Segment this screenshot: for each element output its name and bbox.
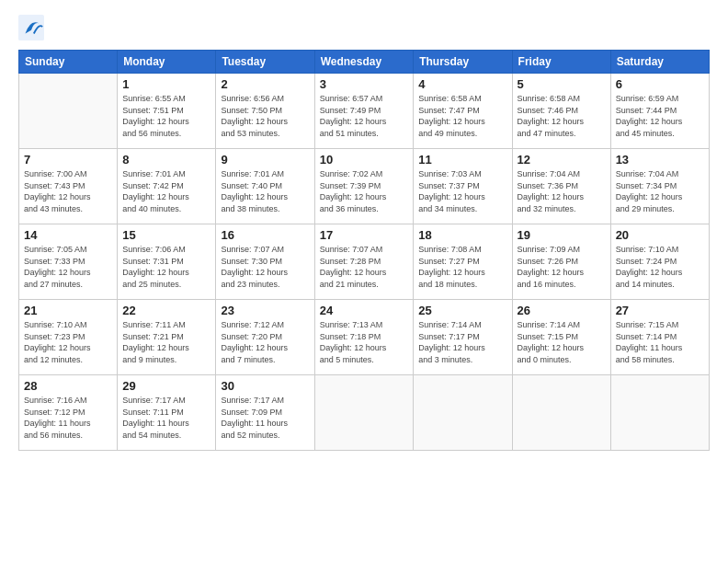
header (18, 15, 710, 40)
logo (18, 15, 48, 40)
day-info: Sunrise: 6:58 AM Sunset: 7:47 PM Dayligh… (418, 93, 506, 139)
calendar-cell: 20Sunrise: 7:10 AM Sunset: 7:24 PM Dayli… (610, 224, 709, 300)
day-number: 26 (518, 304, 606, 317)
calendar-cell: 21Sunrise: 7:10 AM Sunset: 7:23 PM Dayli… (19, 300, 118, 375)
calendar-cell: 28Sunrise: 7:16 AM Sunset: 7:12 PM Dayli… (19, 375, 118, 451)
weekday-header-thursday: Thursday (414, 51, 512, 74)
calendar-week-4: 21Sunrise: 7:10 AM Sunset: 7:23 PM Dayli… (19, 300, 710, 375)
day-number: 11 (418, 153, 506, 167)
calendar-cell: 15Sunrise: 7:06 AM Sunset: 7:31 PM Dayli… (118, 224, 216, 300)
day-number: 14 (24, 228, 112, 242)
day-number: 29 (122, 379, 210, 393)
calendar-cell: 17Sunrise: 7:07 AM Sunset: 7:28 PM Dayli… (314, 224, 414, 300)
calendar-cell: 29Sunrise: 7:17 AM Sunset: 7:11 PM Dayli… (118, 375, 216, 451)
calendar-cell: 23Sunrise: 7:12 AM Sunset: 7:20 PM Dayli… (216, 300, 314, 375)
day-number: 24 (320, 304, 409, 317)
calendar-cell: 27Sunrise: 7:15 AM Sunset: 7:14 PM Dayli… (610, 300, 709, 375)
day-info: Sunrise: 6:56 AM Sunset: 7:50 PM Dayligh… (221, 93, 309, 139)
day-number: 19 (518, 228, 606, 242)
calendar-table: SundayMondayTuesdayWednesdayThursdayFrid… (18, 50, 710, 451)
day-number: 1 (122, 77, 210, 91)
calendar-cell (19, 74, 118, 149)
day-info: Sunrise: 7:13 AM Sunset: 7:18 PM Dayligh… (320, 319, 409, 365)
day-number: 25 (418, 304, 506, 317)
calendar-cell: 14Sunrise: 7:05 AM Sunset: 7:33 PM Dayli… (19, 224, 118, 300)
day-number: 20 (616, 228, 704, 242)
day-info: Sunrise: 7:02 AM Sunset: 7:39 PM Dayligh… (320, 168, 409, 214)
day-info: Sunrise: 7:10 AM Sunset: 7:23 PM Dayligh… (24, 319, 112, 365)
day-info: Sunrise: 7:06 AM Sunset: 7:31 PM Dayligh… (122, 244, 210, 290)
day-number: 17 (320, 228, 409, 242)
calendar-cell: 8Sunrise: 7:01 AM Sunset: 7:42 PM Daylig… (118, 149, 216, 224)
day-info: Sunrise: 7:12 AM Sunset: 7:20 PM Dayligh… (221, 319, 309, 365)
day-info: Sunrise: 7:04 AM Sunset: 7:34 PM Dayligh… (616, 168, 704, 214)
day-number: 27 (616, 304, 704, 317)
calendar-cell: 22Sunrise: 7:11 AM Sunset: 7:21 PM Dayli… (118, 300, 216, 375)
calendar-week-5: 28Sunrise: 7:16 AM Sunset: 7:12 PM Dayli… (19, 375, 710, 451)
calendar-week-1: 1Sunrise: 6:55 AM Sunset: 7:51 PM Daylig… (19, 74, 710, 149)
day-number: 5 (518, 77, 606, 91)
calendar-week-2: 7Sunrise: 7:00 AM Sunset: 7:43 PM Daylig… (19, 149, 710, 224)
calendar-cell: 12Sunrise: 7:04 AM Sunset: 7:36 PM Dayli… (512, 149, 610, 224)
day-number: 12 (518, 153, 606, 167)
day-number: 9 (221, 153, 309, 167)
calendar-cell: 30Sunrise: 7:17 AM Sunset: 7:09 PM Dayli… (216, 375, 314, 451)
day-info: Sunrise: 7:07 AM Sunset: 7:28 PM Dayligh… (320, 244, 409, 290)
day-info: Sunrise: 7:14 AM Sunset: 7:17 PM Dayligh… (418, 319, 506, 365)
day-info: Sunrise: 7:15 AM Sunset: 7:14 PM Dayligh… (616, 319, 704, 365)
day-info: Sunrise: 6:58 AM Sunset: 7:46 PM Dayligh… (518, 93, 606, 139)
calendar-cell: 11Sunrise: 7:03 AM Sunset: 7:37 PM Dayli… (414, 149, 512, 224)
calendar-cell: 13Sunrise: 7:04 AM Sunset: 7:34 PM Dayli… (610, 149, 709, 224)
weekday-header-saturday: Saturday (610, 51, 709, 74)
calendar-cell (610, 375, 709, 451)
day-info: Sunrise: 7:17 AM Sunset: 7:11 PM Dayligh… (122, 395, 210, 441)
day-number: 6 (616, 77, 704, 91)
calendar-cell: 19Sunrise: 7:09 AM Sunset: 7:26 PM Dayli… (512, 224, 610, 300)
day-info: Sunrise: 7:08 AM Sunset: 7:27 PM Dayligh… (418, 244, 506, 290)
day-info: Sunrise: 7:14 AM Sunset: 7:15 PM Dayligh… (518, 319, 606, 365)
calendar-cell: 2Sunrise: 6:56 AM Sunset: 7:50 PM Daylig… (216, 74, 314, 149)
calendar-cell (414, 375, 512, 451)
day-info: Sunrise: 6:55 AM Sunset: 7:51 PM Dayligh… (122, 93, 210, 139)
day-number: 10 (320, 153, 409, 167)
day-info: Sunrise: 7:00 AM Sunset: 7:43 PM Dayligh… (24, 168, 112, 214)
day-info: Sunrise: 7:01 AM Sunset: 7:42 PM Dayligh… (122, 168, 210, 214)
day-info: Sunrise: 7:17 AM Sunset: 7:09 PM Dayligh… (221, 395, 309, 441)
day-number: 4 (418, 77, 506, 91)
calendar-week-3: 14Sunrise: 7:05 AM Sunset: 7:33 PM Dayli… (19, 224, 710, 300)
day-info: Sunrise: 7:09 AM Sunset: 7:26 PM Dayligh… (518, 244, 606, 290)
calendar-cell: 5Sunrise: 6:58 AM Sunset: 7:46 PM Daylig… (512, 74, 610, 149)
day-number: 18 (418, 228, 506, 242)
day-number: 8 (122, 153, 210, 167)
day-number: 16 (221, 228, 309, 242)
day-info: Sunrise: 7:16 AM Sunset: 7:12 PM Dayligh… (24, 395, 112, 441)
weekday-header-row: SundayMondayTuesdayWednesdayThursdayFrid… (19, 51, 710, 74)
calendar-cell: 10Sunrise: 7:02 AM Sunset: 7:39 PM Dayli… (314, 149, 414, 224)
calendar-cell: 1Sunrise: 6:55 AM Sunset: 7:51 PM Daylig… (118, 74, 216, 149)
day-info: Sunrise: 7:04 AM Sunset: 7:36 PM Dayligh… (518, 168, 606, 214)
day-number: 23 (221, 304, 309, 317)
weekday-header-monday: Monday (118, 51, 216, 74)
page: SundayMondayTuesdayWednesdayThursdayFrid… (0, 0, 728, 563)
calendar-cell: 25Sunrise: 7:14 AM Sunset: 7:17 PM Dayli… (414, 300, 512, 375)
day-info: Sunrise: 7:11 AM Sunset: 7:21 PM Dayligh… (122, 319, 210, 365)
day-number: 21 (24, 304, 112, 317)
calendar-cell: 26Sunrise: 7:14 AM Sunset: 7:15 PM Dayli… (512, 300, 610, 375)
day-number: 3 (320, 77, 409, 91)
calendar-cell: 16Sunrise: 7:07 AM Sunset: 7:30 PM Dayli… (216, 224, 314, 300)
calendar-cell: 4Sunrise: 6:58 AM Sunset: 7:47 PM Daylig… (414, 74, 512, 149)
day-info: Sunrise: 6:57 AM Sunset: 7:49 PM Dayligh… (320, 93, 409, 139)
weekday-header-sunday: Sunday (19, 51, 118, 74)
day-number: 7 (24, 153, 112, 167)
day-number: 28 (24, 379, 112, 393)
day-info: Sunrise: 6:59 AM Sunset: 7:44 PM Dayligh… (616, 93, 704, 139)
day-info: Sunrise: 7:10 AM Sunset: 7:24 PM Dayligh… (616, 244, 704, 290)
calendar-cell: 18Sunrise: 7:08 AM Sunset: 7:27 PM Dayli… (414, 224, 512, 300)
day-info: Sunrise: 7:03 AM Sunset: 7:37 PM Dayligh… (418, 168, 506, 214)
day-number: 22 (122, 304, 210, 317)
weekday-header-friday: Friday (512, 51, 610, 74)
day-info: Sunrise: 7:05 AM Sunset: 7:33 PM Dayligh… (24, 244, 112, 290)
weekday-header-wednesday: Wednesday (314, 51, 414, 74)
calendar-cell: 7Sunrise: 7:00 AM Sunset: 7:43 PM Daylig… (19, 149, 118, 224)
calendar-cell: 6Sunrise: 6:59 AM Sunset: 7:44 PM Daylig… (610, 74, 709, 149)
